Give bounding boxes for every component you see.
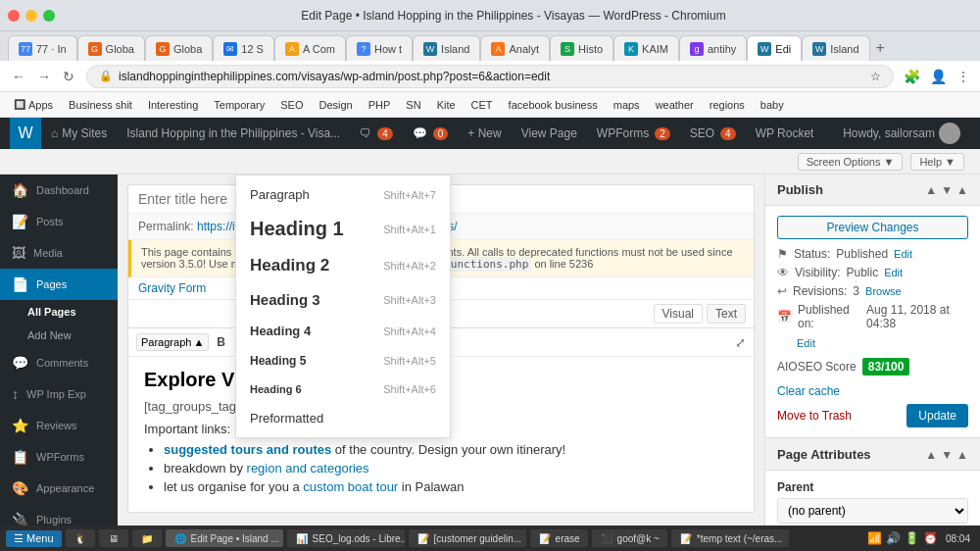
- sidebar-item-reviews[interactable]: ⭐ Reviews: [0, 410, 118, 441]
- revisions-browse-link[interactable]: Browse: [865, 285, 902, 297]
- wp-user-greeting[interactable]: Howdy, sailorsam: [833, 123, 970, 144]
- dropdown-heading3[interactable]: Heading 3 Shift+Alt+3: [236, 283, 450, 316]
- bookmark-weather[interactable]: weather: [650, 97, 700, 113]
- format-select[interactable]: Paragraph ▲: [136, 333, 209, 351]
- bookmark-kite[interactable]: Kite: [431, 97, 462, 113]
- browser-window-controls[interactable]: [8, 10, 55, 22]
- update-button[interactable]: Update: [906, 404, 968, 427]
- start-menu-button[interactable]: ☰ Menu: [6, 530, 62, 547]
- wp-admin-wpforms[interactable]: WPForms 2: [587, 118, 680, 149]
- sidebar-sub-add-new[interactable]: Add New: [0, 324, 118, 347]
- taskbar-monitor[interactable]: 🖥: [99, 529, 128, 547]
- taskbar-files[interactable]: 📁: [132, 529, 162, 547]
- maximize-window-button[interactable]: [43, 10, 55, 22]
- bookmark-interesting[interactable]: Interesting: [142, 97, 204, 113]
- profile-button[interactable]: 👤: [928, 67, 949, 86]
- taskbar-customer[interactable]: 📝 [customer guidelin...: [409, 529, 526, 547]
- dropdown-heading6[interactable]: Heading 6 Shift+Alt+6: [236, 376, 450, 403]
- browser-tab-10[interactable]: gantihy: [679, 35, 747, 61]
- url-bar[interactable]: 🔒 islandhoppinginthephilippines.com/visa…: [86, 65, 894, 88]
- text-tab[interactable]: Text: [707, 304, 746, 324]
- bookmark-design[interactable]: Design: [313, 97, 358, 113]
- reload-button[interactable]: ↻: [59, 67, 78, 86]
- back-button[interactable]: ←: [8, 67, 29, 86]
- taskbar-edit-page[interactable]: 🌐 Edit Page • Island ...: [166, 529, 283, 547]
- taskbar-penguin[interactable]: 🐧: [66, 529, 95, 547]
- minimize-window-button[interactable]: [25, 10, 37, 22]
- publish-date-edit-link[interactable]: Edit: [797, 337, 815, 349]
- publish-panel-header[interactable]: Publish ▲ ▼ ▲: [765, 175, 980, 206]
- bookmark-facebook[interactable]: facebook business: [503, 97, 604, 113]
- page-attributes-panel-header[interactable]: Page Attributes ▲ ▼ ▲: [765, 439, 980, 471]
- sidebar-item-comments[interactable]: 💬 Comments: [0, 347, 118, 378]
- browser-tab-6[interactable]: WIsland: [413, 35, 480, 61]
- bold-button[interactable]: B: [211, 332, 231, 352]
- browser-tab-9[interactable]: KKAIM: [613, 35, 679, 61]
- visual-tab[interactable]: Visual: [654, 304, 703, 324]
- wp-admin-new[interactable]: + New: [458, 118, 511, 149]
- browser-tab-5[interactable]: ?How t: [346, 35, 413, 61]
- bookmark-regions[interactable]: regions: [704, 97, 751, 113]
- browser-tab-1[interactable]: GGloba: [77, 35, 145, 61]
- dropdown-paragraph[interactable]: Paragraph Shift+Alt+7: [236, 179, 450, 210]
- help-button[interactable]: Help ▼: [910, 153, 964, 171]
- browser-tab-3[interactable]: ✉12 S: [213, 35, 274, 61]
- browser-tab-0[interactable]: 7777 · In: [8, 35, 77, 61]
- sidebar-item-media[interactable]: 🖼 Media: [0, 237, 118, 269]
- publish-panel-toggle[interactable]: ▲: [956, 183, 968, 197]
- sidebar-item-posts[interactable]: 📝 Posts: [0, 206, 118, 237]
- taskbar-terminal[interactable]: ⬛ goof@k ~: [592, 529, 667, 547]
- wp-admin-seo[interactable]: SEO 4: [680, 118, 746, 149]
- bookmark-seo[interactable]: SEO: [274, 97, 309, 113]
- boat-tour-link[interactable]: custom boat tour: [303, 479, 398, 494]
- browser-tab-8[interactable]: SHisto: [550, 35, 613, 61]
- wp-admin-comments-2[interactable]: 💬 0: [403, 118, 459, 149]
- preview-changes-button[interactable]: Preview Changes: [777, 216, 968, 239]
- wp-admin-my-sites[interactable]: ⌂ My Sites: [41, 118, 117, 149]
- bookmark-baby[interactable]: baby: [755, 97, 790, 113]
- sidebar-item-appearance[interactable]: 🎨 Appearance: [0, 473, 118, 504]
- visibility-edit-link[interactable]: Edit: [884, 267, 903, 278]
- dropdown-heading4[interactable]: Heading 4 Shift+Alt+4: [236, 316, 450, 346]
- wp-admin-rocket[interactable]: WP Rocket: [746, 118, 824, 149]
- page-attr-toggle[interactable]: ▲: [956, 448, 968, 462]
- region-link[interactable]: region and categories: [247, 461, 369, 476]
- bookmark-cet[interactable]: CET: [466, 97, 499, 113]
- sidebar-item-wp-imp-exp[interactable]: ↕ WP Imp Exp: [0, 378, 118, 410]
- close-window-button[interactable]: [8, 10, 20, 22]
- status-edit-link[interactable]: Edit: [894, 248, 912, 260]
- dropdown-heading2[interactable]: Heading 2 Shift+Alt+2: [236, 248, 450, 283]
- bookmark-apps[interactable]: 🔲Apps: [8, 97, 59, 113]
- dropdown-heading5[interactable]: Heading 5 Shift+Alt+5: [236, 346, 450, 376]
- new-tab-button[interactable]: +: [870, 35, 891, 61]
- move-to-trash-link[interactable]: Move to Trash: [777, 409, 852, 423]
- sidebar-sub-all-pages[interactable]: All Pages: [0, 300, 118, 324]
- browser-tab-4[interactable]: AA Com: [274, 35, 346, 61]
- publish-panel-arrow-down[interactable]: ▼: [941, 183, 953, 197]
- forward-button[interactable]: →: [33, 67, 55, 86]
- wp-admin-comments[interactable]: 🗨 4: [350, 118, 403, 149]
- gravity-form-link[interactable]: Gravity Form: [138, 281, 206, 295]
- browser-tab-active[interactable]: WEdi: [747, 35, 802, 61]
- taskbar-erase[interactable]: 📝 erase: [530, 529, 588, 547]
- browser-tab-7[interactable]: AAnalyt: [480, 35, 550, 61]
- bookmark-star-icon[interactable]: ☆: [870, 70, 881, 83]
- bookmark-temporary[interactable]: Temporary: [208, 97, 270, 113]
- dropdown-preformatted[interactable]: Preformatted: [236, 403, 450, 433]
- browser-tab-2[interactable]: GGloba: [145, 35, 213, 61]
- page-attr-collapse[interactable]: ▲: [925, 448, 937, 462]
- wp-admin-site-name[interactable]: Island Hopping in the Philippines - Visa…: [117, 118, 350, 149]
- fullscreen-icon[interactable]: ⤢: [735, 335, 746, 350]
- clear-cache-button[interactable]: Clear cache: [777, 384, 840, 398]
- extensions-button[interactable]: 🧩: [902, 67, 922, 86]
- sidebar-item-wpforms[interactable]: 📋 WPForms: [0, 441, 118, 473]
- browser-nav-buttons[interactable]: ← → ↻: [8, 67, 78, 86]
- wp-admin-view-page[interactable]: View Page: [512, 118, 587, 149]
- sidebar-item-dashboard[interactable]: 🏠 Dashboard: [0, 175, 118, 206]
- bookmark-sn[interactable]: SN: [400, 97, 426, 113]
- publish-panel-collapse[interactable]: ▲: [925, 183, 937, 197]
- taskbar-temp-text[interactable]: 📝 *temp text (~/eras...: [671, 529, 789, 547]
- bookmark-maps[interactable]: maps: [608, 97, 646, 113]
- page-attr-arrow-down[interactable]: ▼: [941, 448, 953, 462]
- wp-logo[interactable]: W: [10, 118, 41, 149]
